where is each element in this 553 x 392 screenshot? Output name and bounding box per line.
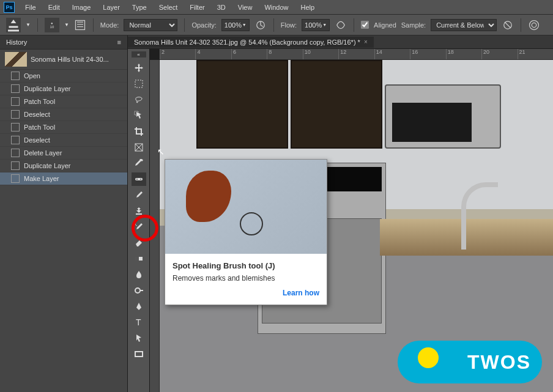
pressure-opacity-toggle[interactable] [254,19,267,31]
svg-point-14 [135,288,140,293]
history-item[interactable]: Deselect [0,134,127,147]
history-item[interactable]: Patch Tool [0,95,127,108]
clone-stamp-icon [6,18,21,32]
flow-field[interactable]: 100%▼ [302,19,330,31]
menu-filter[interactable]: Filter [184,2,210,13]
blend-mode-select[interactable]: Normal [124,19,177,31]
svg-rect-5 [135,80,143,87]
aligned-label: Aligned [374,21,396,29]
twos-watermark: TWOS [398,341,542,383]
gradient-tool[interactable] [132,252,146,265]
history-panel-title: History [6,39,27,46]
menu-help[interactable]: Help [295,2,321,13]
menu-edit[interactable]: Edit [43,2,65,13]
kitchen-cabinet [196,60,288,149]
menu-file[interactable]: File [20,2,42,13]
opacity-label: Opacity: [191,21,216,29]
ignore-adjustment-toggle[interactable] [502,19,514,31]
history-item[interactable]: Make Layer [0,172,127,185]
flow-label: Flow: [281,21,297,29]
history-panel: History ≡ Sonoma Hills Unit 24-30... Ope… [0,35,128,392]
blur-tool[interactable] [132,268,146,281]
quick-selection-tool[interactable] [132,109,146,122]
cursor-icon: ↖ [157,147,165,157]
path-selection-tool[interactable] [132,331,146,345]
lightbulb-icon [416,346,440,370]
dodge-tool[interactable] [132,284,146,297]
document-tab-bar: Sonoma Hills Unit 24-302 3521.jpg @ 54.4… [128,35,553,49]
panel-menu-icon[interactable]: ≡ [117,39,121,46]
tool-preset-picker[interactable] [6,18,21,32]
move-tool[interactable] [132,61,146,75]
menu-type[interactable]: Type [127,2,152,13]
svg-point-10 [140,179,141,180]
history-item[interactable]: Deselect [0,108,127,121]
opacity-field[interactable]: 100%▼ [221,19,250,31]
svg-rect-8 [135,178,143,180]
menu-layer[interactable]: Layer [97,2,125,13]
mode-label: Mode: [100,21,119,29]
photoshop-icon: Ps [4,2,15,13]
svg-point-3 [530,20,539,29]
flow-value: 100% [305,21,322,29]
svg-rect-13 [135,257,139,261]
aligned-checkbox[interactable] [361,21,369,29]
brush-preset-picker[interactable]: ●10 [45,18,59,32]
options-bar: ▼ ●10 ▼ Mode: Normal Opacity: 100%▼ Flow… [0,15,553,35]
frame-tool[interactable] [132,141,146,154]
document-title: Sonoma Hills Unit 24-302 3521.jpg @ 54.4… [134,39,360,46]
microwave [385,84,501,149]
kitchen-cabinet [291,60,382,149]
crop-tool[interactable] [132,125,146,138]
brush-size-value: 10 [50,25,54,29]
history-list: Open Duplicate Layer Patch Tool Deselect… [0,70,127,392]
dropdown-caret-icon: ▼ [64,22,69,28]
menu-image[interactable]: Image [67,2,97,13]
svg-point-4 [532,23,536,28]
menu-view[interactable]: View [232,2,258,13]
svg-point-9 [136,179,138,180]
menu-window[interactable]: Window [259,2,294,13]
close-tab-icon[interactable]: × [364,39,368,45]
airbrush-toggle[interactable] [335,19,347,31]
eyedropper-tool[interactable] [132,157,146,170]
history-item[interactable]: Open [0,70,127,83]
horizontal-ruler: 246810121416182021 [160,49,553,60]
tooltip-title: Spot Healing Brush tool (J) [173,261,319,270]
document-tab[interactable]: Sonoma Hills Unit 24-302 3521.jpg @ 54.4… [128,37,374,48]
tooltip-description: Removes marks and blemishes [173,274,319,283]
svg-rect-11 [136,213,142,215]
app-menubar: Ps File Edit Image Layer Type Select Fil… [0,0,553,15]
snapshot-name: Sonoma Hills Unit 24-30... [31,56,109,63]
pressure-size-toggle[interactable] [528,19,540,31]
twos-text: TWOS [467,351,531,374]
menu-select[interactable]: Select [154,2,184,13]
history-snapshot[interactable]: Sonoma Hills Unit 24-30... [0,50,127,70]
sample-label: Sample: [401,21,426,29]
annotation-circle [132,215,158,242]
faucet [461,182,498,250]
svg-text:T: T [136,317,141,327]
menu-3d[interactable]: 3D [212,2,231,13]
tooltip-preview-image [165,160,327,254]
type-tool[interactable]: T [132,316,146,329]
tool-tooltip: Spot Healing Brush tool (J) Removes mark… [165,159,327,305]
brush-tool[interactable] [132,188,146,202]
history-item[interactable]: Patch Tool [0,121,127,134]
rectangle-tool[interactable] [132,347,146,361]
history-item[interactable]: Duplicate Layer [0,160,127,172]
marquee-tool[interactable] [132,77,146,91]
lasso-tool[interactable] [132,93,146,106]
spot-healing-brush-tool[interactable] [132,172,146,186]
sample-select[interactable]: Current & Below [431,19,497,31]
palette-toggle-icon[interactable]: « [132,51,146,57]
svg-rect-16 [135,352,143,357]
history-item[interactable]: Delete Layer [0,147,127,160]
brush-panel-toggle[interactable] [74,19,86,31]
dropdown-caret-icon: ▼ [26,22,31,28]
pen-tool[interactable] [132,300,146,313]
history-item[interactable]: Duplicate Layer [0,83,127,95]
opacity-value: 100% [225,21,242,29]
snapshot-thumbnail [5,52,27,67]
tooltip-learn-link[interactable]: Learn how [283,289,319,297]
